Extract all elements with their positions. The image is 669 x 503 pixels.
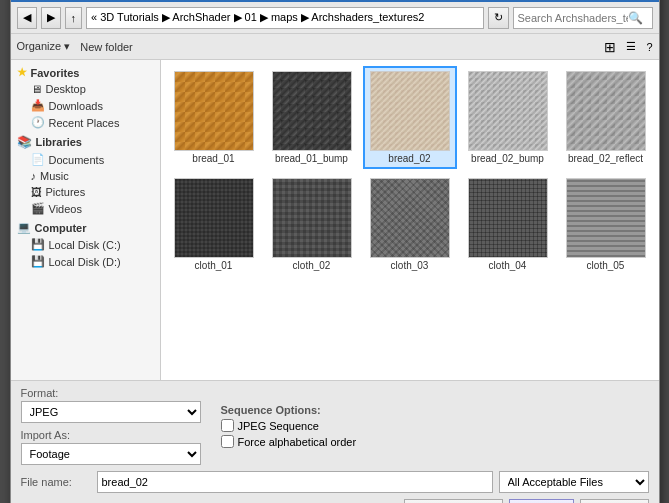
- import-as-label: Import As:: [21, 429, 201, 441]
- file-grid: bread_01bread_01_bumpbread_02bread_02_bu…: [167, 66, 653, 276]
- sidebar-item-documents[interactable]: 📄 Documents: [11, 151, 160, 168]
- view-list-button[interactable]: ☰: [626, 40, 636, 53]
- format-select[interactable]: JPEG: [21, 401, 201, 423]
- disk-d-icon: 💾: [31, 255, 45, 268]
- file-thumb-bread_02: [370, 71, 450, 151]
- computer-header[interactable]: 💻 Computer: [11, 219, 160, 236]
- file-label-bread_02: bread_02: [388, 153, 430, 164]
- file-item-cloth_04[interactable]: cloth_04: [461, 173, 555, 276]
- libraries-header[interactable]: 📚 Libraries: [11, 133, 160, 151]
- file-thumb-bread_02_reflect: [566, 71, 646, 151]
- documents-icon: 📄: [31, 153, 45, 166]
- file-item-cloth_02[interactable]: cloth_02: [265, 173, 359, 276]
- filetype-select[interactable]: All Acceptable Files: [499, 471, 649, 493]
- sidebar: ★ Favorites 🖥 Desktop 📥 Downloads 🕐 Rece…: [11, 60, 161, 380]
- music-icon: ♪: [31, 170, 37, 182]
- file-label-cloth_05: cloth_05: [587, 260, 625, 271]
- file-area: bread_01bread_01_bumpbread_02bread_02_bu…: [161, 60, 659, 380]
- import-as-select[interactable]: Footage: [21, 443, 201, 465]
- import-button[interactable]: Import: [509, 499, 574, 503]
- import-folder-button[interactable]: Import Folder: [404, 499, 503, 503]
- new-folder-button[interactable]: New folder: [80, 41, 133, 53]
- filename-input[interactable]: [97, 471, 493, 493]
- file-item-bread_02_bump[interactable]: bread_02_bump: [461, 66, 555, 169]
- search-box: 🔍: [513, 7, 653, 29]
- favorites-header[interactable]: ★ Favorites: [11, 64, 160, 81]
- sidebar-item-music[interactable]: ♪ Music: [11, 168, 160, 184]
- organize-label: Organize: [17, 40, 62, 52]
- file-item-cloth_03[interactable]: cloth_03: [363, 173, 457, 276]
- pictures-label: Pictures: [46, 186, 86, 198]
- libraries-label: Libraries: [36, 136, 82, 148]
- main-area: ★ Favorites 🖥 Desktop 📥 Downloads 🕐 Rece…: [11, 60, 659, 380]
- sidebar-item-pictures[interactable]: 🖼 Pictures: [11, 184, 160, 200]
- breadcrumb[interactable]: « 3D Tutorials ▶ ArchShader ▶ 01 ▶ maps …: [86, 7, 484, 29]
- file-thumb-bread_01_bump: [272, 71, 352, 151]
- secondary-toolbar: Organize ▾ New folder ⊞ ☰ ?: [11, 34, 659, 60]
- file-label-cloth_01: cloth_01: [195, 260, 233, 271]
- seq-options-label: Sequence Options:: [221, 404, 357, 416]
- up-button[interactable]: ↑: [65, 7, 83, 29]
- help-button[interactable]: ?: [646, 41, 652, 53]
- refresh-button[interactable]: ↻: [488, 7, 509, 29]
- sidebar-item-recent[interactable]: 🕐 Recent Places: [11, 114, 160, 131]
- file-thumb-bread_02_bump: [468, 71, 548, 151]
- file-item-cloth_01[interactable]: cloth_01: [167, 173, 261, 276]
- file-item-bread_01_bump[interactable]: bread_01_bump: [265, 66, 359, 169]
- star-icon: ★: [17, 66, 27, 79]
- file-item-bread_02_reflect[interactable]: bread_02_reflect: [559, 66, 653, 169]
- format-group: Format: JPEG Import As: Footage: [21, 387, 201, 465]
- filename-row: File name: All Acceptable Files: [21, 471, 649, 493]
- jpeg-seq-checkbox[interactable]: [221, 419, 234, 432]
- videos-label: Videos: [49, 203, 82, 215]
- sidebar-item-local-c[interactable]: 💾 Local Disk (C:): [11, 236, 160, 253]
- new-folder-label: New folder: [80, 41, 133, 53]
- downloads-icon: 📥: [31, 99, 45, 112]
- computer-icon: 💻: [17, 221, 31, 234]
- desktop-label: Desktop: [46, 83, 86, 95]
- view-icon-button[interactable]: ⊞: [604, 39, 616, 55]
- toolbar: ◀ ▶ ↑ « 3D Tutorials ▶ ArchShader ▶ 01 ▶…: [11, 2, 659, 34]
- action-row: Import Folder Import Cancel: [21, 499, 649, 503]
- file-thumb-cloth_03: [370, 178, 450, 258]
- file-thumb-cloth_01: [174, 178, 254, 258]
- back-button[interactable]: ◀: [17, 7, 37, 29]
- search-icon: 🔍: [628, 11, 643, 25]
- force-alpha-checkbox[interactable]: [221, 435, 234, 448]
- recent-label: Recent Places: [49, 117, 120, 129]
- computer-section: 💻 Computer 💾 Local Disk (C:) 💾 Local Dis…: [11, 219, 160, 270]
- breadcrumb-text: « 3D Tutorials ▶ ArchShader ▶ 01 ▶ maps …: [91, 11, 424, 24]
- sequence-options: Sequence Options: JPEG Sequence Force al…: [221, 404, 357, 448]
- sidebar-item-desktop[interactable]: 🖥 Desktop: [11, 81, 160, 97]
- file-item-cloth_05[interactable]: cloth_05: [559, 173, 653, 276]
- file-item-bread_01[interactable]: bread_01: [167, 66, 261, 169]
- forward-button[interactable]: ▶: [41, 7, 61, 29]
- file-thumb-cloth_05: [566, 178, 646, 258]
- favorites-label: Favorites: [31, 67, 80, 79]
- file-label-bread_02_reflect: bread_02_reflect: [568, 153, 643, 164]
- file-thumb-bread_01: [174, 71, 254, 151]
- file-label-bread_02_bump: bread_02_bump: [471, 153, 544, 164]
- recent-icon: 🕐: [31, 116, 45, 129]
- disk-c-icon: 💾: [31, 238, 45, 251]
- file-label-cloth_02: cloth_02: [293, 260, 331, 271]
- sidebar-item-downloads[interactable]: 📥 Downloads: [11, 97, 160, 114]
- file-thumb-cloth_02: [272, 178, 352, 258]
- force-alpha-label: Force alphabetical order: [238, 436, 357, 448]
- videos-icon: 🎬: [31, 202, 45, 215]
- documents-label: Documents: [49, 154, 105, 166]
- bottom-area: Format: JPEG Import As: Footage Sequence…: [11, 380, 659, 503]
- import-file-dialog: Ae Import File ─ □ ✕ ◀ ▶ ↑ « 3D Tutorial…: [10, 0, 660, 503]
- format-row: Format: JPEG Import As: Footage Sequence…: [21, 387, 649, 465]
- pictures-icon: 🖼: [31, 186, 42, 198]
- music-label: Music: [40, 170, 69, 182]
- sidebar-item-local-d[interactable]: 💾 Local Disk (D:): [11, 253, 160, 270]
- libraries-section: 📚 Libraries 📄 Documents ♪ Music 🖼 Pictur…: [11, 133, 160, 217]
- computer-label: Computer: [35, 222, 87, 234]
- sidebar-item-videos[interactable]: 🎬 Videos: [11, 200, 160, 217]
- organize-button[interactable]: Organize ▾: [17, 40, 71, 53]
- file-item-bread_02[interactable]: bread_02: [363, 66, 457, 169]
- search-input[interactable]: [518, 12, 628, 24]
- cancel-button[interactable]: Cancel: [580, 499, 648, 503]
- file-label-cloth_03: cloth_03: [391, 260, 429, 271]
